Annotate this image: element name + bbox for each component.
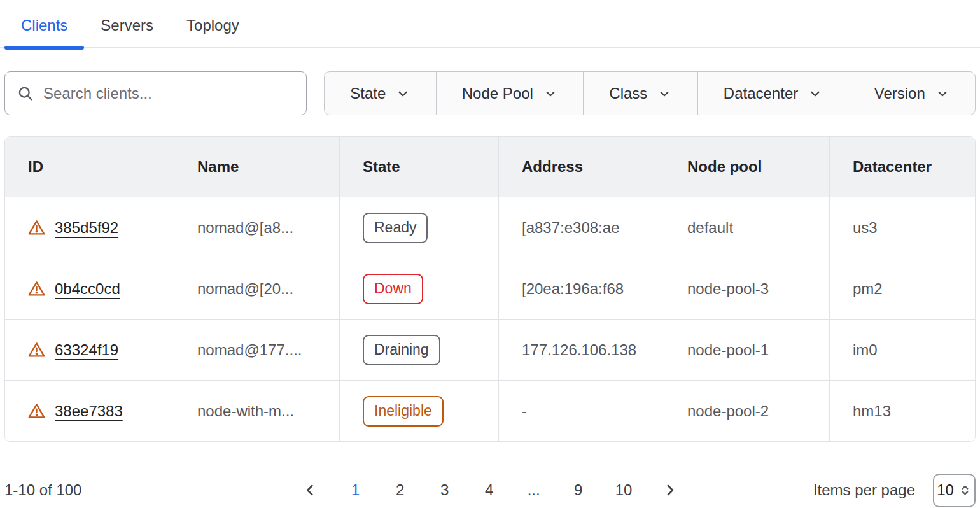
warning-icon	[28, 281, 45, 297]
id-cell: 38ee7383	[5, 381, 174, 441]
warning-icon	[28, 220, 45, 236]
status-badge: Draining	[363, 335, 440, 365]
node-pool-cell: node-pool-2	[664, 381, 829, 441]
filter-datacenter-label: Datacenter	[724, 85, 798, 102]
filter-group: State Node Pool Class Datacenter Version	[324, 71, 976, 115]
pagination-footer: 1-10 of 100 1 2 3 4 ... 9 10 Items per p…	[4, 471, 976, 508]
filter-version[interactable]: Version	[848, 72, 975, 115]
id-cell: 385d5f92	[5, 197, 174, 258]
address-cell: [20ea:196a:f68	[498, 258, 664, 319]
datacenter-cell: pm2	[829, 258, 975, 319]
column-header-address: Address	[498, 137, 664, 197]
filter-version-label: Version	[874, 85, 925, 102]
name-cell: nomad@[20...	[174, 258, 339, 319]
table-row: 63324f19 nomad@177.... Draining 177.126.…	[5, 319, 975, 380]
node-pool-cell: node-pool-1	[664, 320, 829, 380]
warning-icon	[28, 403, 45, 419]
node-pool-cell: node-pool-3	[664, 258, 829, 319]
name-cell: nomad@177....	[174, 320, 339, 380]
page-ellipsis: ...	[526, 481, 542, 499]
column-header-id: ID	[5, 137, 174, 197]
status-badge: Ready	[363, 213, 428, 243]
toolbar: State Node Pool Class Datacenter Version	[4, 71, 976, 115]
chevron-left-icon	[302, 482, 319, 498]
status-badge: Ineligible	[363, 396, 444, 427]
datacenter-cell: hm13	[829, 381, 975, 441]
column-header-state: State	[339, 137, 498, 197]
page-button-3[interactable]: 3	[437, 481, 452, 499]
pager: 1 2 3 4 ... 9 10	[302, 481, 678, 499]
items-per-page-value: 10	[937, 481, 954, 499]
search-input[interactable]	[43, 85, 295, 102]
page-button-1[interactable]: 1	[348, 481, 363, 499]
results-range: 1-10 of 100	[4, 481, 81, 499]
next-page-button[interactable]	[661, 482, 678, 498]
datacenter-cell: im0	[829, 320, 975, 380]
address-cell: -	[498, 381, 664, 441]
page-button-9[interactable]: 9	[571, 481, 586, 499]
client-id-link[interactable]: 385d5f92	[55, 219, 118, 237]
items-per-page-label: Items per page	[813, 481, 915, 499]
page-button-10[interactable]: 10	[615, 481, 633, 499]
datacenter-cell: us3	[829, 197, 975, 258]
tab-bar: Clients Servers Toplogy	[0, 0, 980, 48]
status-badge: Down	[363, 274, 423, 304]
filter-node-pool-label: Node Pool	[462, 85, 533, 102]
table-row: 0b4cc0cd nomad@[20... Down [20ea:196a:f6…	[5, 258, 975, 319]
chevron-down-icon	[657, 87, 671, 101]
filter-datacenter[interactable]: Datacenter	[697, 72, 848, 115]
chevron-up-down-icon	[958, 483, 972, 498]
name-cell: nomad@[a8...	[174, 197, 339, 258]
column-header-node-pool: Node pool	[664, 137, 829, 197]
address-cell: [a837:e308:ae	[498, 197, 664, 258]
client-id-link[interactable]: 38ee7383	[55, 402, 123, 420]
table-body: 385d5f92 nomad@[a8... Ready [a837:e308:a…	[5, 197, 975, 441]
filter-state[interactable]: State	[325, 72, 436, 115]
tab-clients[interactable]: Clients	[4, 9, 84, 47]
name-cell: node-with-m...	[174, 381, 339, 441]
state-cell: Ready	[339, 197, 498, 258]
table-header-row: ID Name State Address Node pool Datacent…	[5, 137, 975, 197]
id-cell: 63324f19	[5, 320, 174, 380]
chevron-right-icon	[661, 482, 678, 498]
node-pool-cell: default	[664, 197, 829, 258]
state-cell: Draining	[339, 320, 498, 380]
chevron-down-icon	[396, 87, 410, 101]
address-cell: 177.126.106.138	[498, 320, 664, 380]
client-id-link[interactable]: 63324f19	[55, 341, 118, 359]
prev-page-button[interactable]	[302, 482, 319, 498]
column-header-name: Name	[174, 137, 339, 197]
id-cell: 0b4cc0cd	[5, 258, 174, 319]
chevron-down-icon	[935, 87, 949, 101]
filter-node-pool[interactable]: Node Pool	[436, 72, 584, 115]
column-header-datacenter: Datacenter	[829, 137, 975, 197]
clients-table: ID Name State Address Node pool Datacent…	[4, 136, 976, 442]
items-per-page-select[interactable]: 10	[933, 474, 976, 507]
page-button-2[interactable]: 2	[393, 481, 408, 499]
chevron-down-icon	[808, 87, 822, 101]
chevron-down-icon	[543, 87, 557, 101]
warning-icon	[28, 342, 45, 358]
filter-state-label: State	[350, 85, 386, 102]
state-cell: Down	[339, 258, 498, 319]
table-row: 385d5f92 nomad@[a8... Ready [a837:e308:a…	[5, 197, 975, 258]
tab-servers[interactable]: Servers	[84, 9, 170, 47]
search-box[interactable]	[4, 71, 307, 115]
tab-topology[interactable]: Toplogy	[170, 9, 256, 47]
items-per-page: Items per page 10	[813, 474, 976, 507]
state-cell: Ineligible	[339, 381, 498, 441]
table-row: 38ee7383 node-with-m... Ineligible - nod…	[5, 380, 975, 441]
filter-class[interactable]: Class	[583, 72, 697, 115]
filter-class-label: Class	[609, 85, 647, 102]
client-id-link[interactable]: 0b4cc0cd	[55, 280, 120, 298]
search-icon	[17, 85, 34, 102]
page-button-4[interactable]: 4	[482, 481, 497, 499]
